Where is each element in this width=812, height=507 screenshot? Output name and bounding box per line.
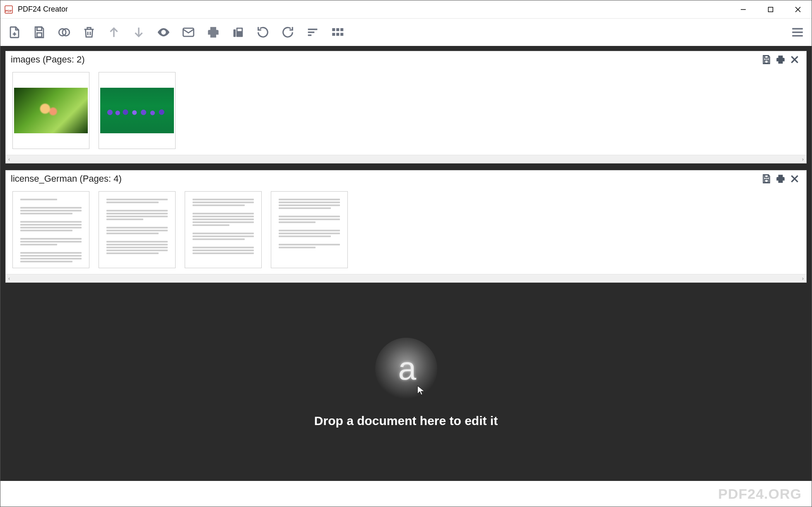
print-button[interactable] [204, 23, 222, 41]
toolbar [0, 19, 812, 46]
doc-close-button[interactable] [788, 172, 801, 185]
svg-rect-32 [765, 55, 769, 58]
document-header: images (Pages: 2) [6, 51, 806, 68]
close-button[interactable] [784, 0, 812, 19]
preview-button[interactable] [154, 23, 173, 41]
delete-button[interactable] [80, 23, 98, 41]
minimize-button[interactable] [730, 0, 757, 19]
svg-rect-25 [340, 28, 343, 31]
page-thumbnail[interactable] [185, 191, 262, 268]
fax-button[interactable] [229, 23, 247, 41]
document-pages [6, 187, 806, 274]
merge-button[interactable] [55, 23, 73, 41]
svg-rect-28 [340, 33, 343, 36]
rotate-left-button[interactable] [254, 23, 272, 41]
page-thumbnail[interactable] [99, 72, 176, 149]
page-thumbnail[interactable] [12, 191, 89, 268]
document-pages [6, 68, 806, 155]
cursor-icon [416, 385, 426, 396]
scroll-right-icon[interactable]: › [802, 276, 804, 281]
svg-rect-27 [336, 33, 339, 36]
document-scrollbar[interactable]: ‹ › [6, 155, 806, 163]
document-scrollbar[interactable]: ‹ › [6, 274, 806, 282]
svg-rect-8 [37, 27, 41, 31]
svg-rect-17 [234, 29, 236, 37]
titlebar: PDF PDF24 Creator [0, 0, 812, 19]
page-thumbnail[interactable] [271, 191, 348, 268]
drop-zone-text: Drop a document here to edit it [314, 414, 498, 428]
watermark: PDF24.ORG [718, 486, 802, 502]
svg-rect-37 [765, 179, 769, 183]
document-header: license_German (Pages: 4) [6, 171, 806, 187]
sort-button[interactable] [304, 23, 322, 41]
doc-print-button[interactable] [774, 172, 787, 185]
page-thumbnail[interactable] [99, 191, 176, 268]
drop-zone-icon: a [375, 338, 437, 400]
svg-rect-19 [238, 29, 242, 31]
window-controls [730, 0, 812, 19]
svg-rect-36 [765, 175, 769, 178]
svg-rect-9 [37, 33, 41, 37]
svg-rect-26 [332, 33, 335, 36]
scroll-left-icon[interactable]: ‹ [8, 276, 10, 281]
maximize-button[interactable] [757, 0, 784, 19]
document-title: images (Pages: 2) [11, 54, 85, 65]
menu-button[interactable] [788, 23, 807, 41]
doc-save-button[interactable] [760, 53, 773, 66]
app-window: PDF PDF24 Creator [0, 0, 812, 507]
save-button[interactable] [30, 23, 48, 41]
move-down-button[interactable] [130, 23, 148, 41]
app-icon: PDF [4, 5, 14, 14]
bottom-bar: PDF24.ORG [0, 481, 812, 507]
svg-rect-3 [769, 7, 773, 12]
new-document-button[interactable] [5, 23, 24, 41]
svg-rect-23 [332, 28, 335, 31]
rotate-right-button[interactable] [279, 23, 297, 41]
doc-close-button[interactable] [788, 53, 801, 66]
drop-zone[interactable]: a Drop a document here to edit it [5, 289, 807, 476]
doc-print-button[interactable] [774, 53, 787, 66]
email-button[interactable] [179, 23, 198, 41]
document-panel[interactable]: images (Pages: 2) ‹ [5, 51, 807, 163]
scroll-right-icon[interactable]: › [802, 156, 804, 162]
app-title: PDF24 Creator [18, 5, 68, 14]
document-panel[interactable]: license_German (Pages: 4) [5, 170, 807, 283]
document-title: license_German (Pages: 4) [11, 173, 122, 184]
svg-rect-33 [765, 60, 769, 63]
grid-view-button[interactable] [328, 23, 347, 41]
workspace: images (Pages: 2) ‹ [0, 46, 812, 481]
scroll-left-icon[interactable]: ‹ [8, 156, 10, 162]
doc-save-button[interactable] [760, 172, 773, 185]
svg-rect-24 [336, 28, 339, 31]
page-thumbnail[interactable] [12, 72, 89, 149]
move-up-button[interactable] [105, 23, 123, 41]
svg-text:PDF: PDF [5, 9, 12, 13]
